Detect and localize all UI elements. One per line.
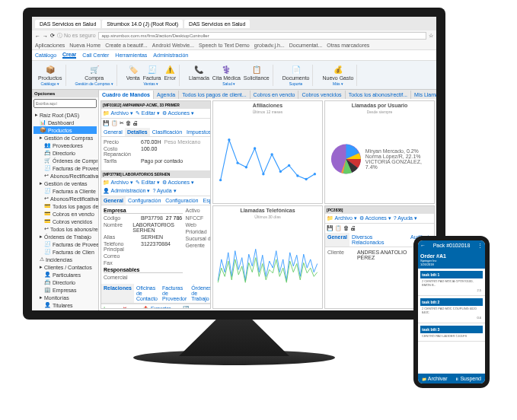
ayuda-menu[interactable]: ? Ayuda ▾ bbox=[394, 215, 417, 221]
url-input[interactable]: app.strumbox.com.mx/fms3/action/DesktopC… bbox=[98, 32, 426, 40]
anadir-button[interactable]: + Añadir bbox=[103, 306, 120, 309]
tab-diversos[interactable]: Diversos Relacionados bbox=[349, 233, 408, 247]
tab-config[interactable]: Configuración bbox=[126, 196, 163, 205]
tab-general[interactable]: General bbox=[101, 128, 125, 136]
editar-menu[interactable]: ✎ Editar ▾ bbox=[136, 110, 160, 116]
tree-item[interactable]: 📇 Directorio bbox=[34, 149, 97, 157]
acciones-menu[interactable]: ⚙ Acciones ▾ bbox=[359, 215, 391, 221]
tab-detalles[interactable]: Detalles bbox=[125, 128, 150, 136]
tab-vencidos[interactable]: Cobros vencidos bbox=[298, 91, 345, 99]
error-button[interactable]: ⚠️Error bbox=[164, 65, 176, 81]
tab-herramientas[interactable]: Herramientas bbox=[115, 52, 147, 58]
nav-back-icon[interactable]: ← bbox=[35, 33, 40, 39]
bookmark[interactable]: Speech to Text Demo bbox=[199, 43, 250, 48]
bookmark[interactable]: Create a beautif... bbox=[105, 43, 148, 48]
tree-item[interactable]: 👥 Beneficiarios bbox=[34, 309, 97, 310]
tree-item[interactable]: 💳 Cobros vencidos bbox=[34, 218, 97, 225]
tab-facturas[interactable]: Facturas de Proveedor bbox=[160, 284, 189, 303]
tree-item[interactable]: 💳 Cobros en vencto bbox=[34, 210, 97, 218]
tree-item[interactable]: ▸ Órdenes de Trabajo bbox=[34, 233, 97, 240]
tree-item[interactable]: 📇 Directorio bbox=[34, 278, 97, 286]
compra-button[interactable]: 🛒Compra bbox=[85, 65, 104, 81]
tool-icon[interactable]: 🖨 bbox=[350, 225, 356, 231]
tree-item[interactable]: 👤 Particulares bbox=[34, 271, 97, 278]
tab-ordenes[interactable]: Órdenes de Trabajo bbox=[189, 284, 211, 303]
tab-general[interactable]: General bbox=[101, 196, 126, 205]
tab-impuestos[interactable]: Impuestos bbox=[184, 128, 211, 136]
tree-item[interactable]: ▸ Gestión de Compras bbox=[34, 134, 97, 142]
bookmark[interactable]: Aplicaciones bbox=[35, 43, 65, 48]
phone-task[interactable]: task btlt 3 CENTRO PAD LADDER C101FS bbox=[418, 323, 485, 342]
tree-item[interactable]: 🧾 Facturas de Proveedor bbox=[34, 164, 97, 172]
tree-productos[interactable]: 📦 Productos bbox=[34, 126, 97, 134]
tree-item[interactable]: 🧾 Facturas de Clien bbox=[34, 248, 97, 256]
tree-dashboard[interactable]: 📊 Dashboard bbox=[34, 119, 97, 126]
solicitance-button[interactable]: 📋Solicitance bbox=[244, 65, 270, 81]
tab-config2[interactable]: Configuración bbox=[163, 196, 200, 205]
browser-tab[interactable]: Strumbox 14.0 (J) (Root Root) bbox=[102, 20, 183, 28]
bookmark[interactable]: Otras marcadores bbox=[327, 43, 369, 48]
tool-icon[interactable]: 🗑 bbox=[126, 120, 131, 126]
bookmark[interactable]: Nueva Home bbox=[69, 43, 101, 48]
archivar-button[interactable]: 📁 Archivar bbox=[418, 374, 452, 383]
suspend-button[interactable]: ⏸ Suspend bbox=[452, 374, 485, 383]
tool-icon[interactable]: 🗑 bbox=[343, 225, 349, 231]
archivo-menu[interactable]: 📁 Archivo ▾ bbox=[103, 110, 133, 116]
tree-item[interactable]: ↩ Todos los abonos/rectif. bbox=[34, 225, 97, 233]
tab-relaciones[interactable]: Relaciones bbox=[101, 284, 134, 303]
documento-button[interactable]: 📄Documento bbox=[282, 65, 310, 81]
tree-item[interactable]: 🧾 Facturas de Proveedor bbox=[34, 240, 97, 248]
tree-item[interactable]: ▸ Monitorías bbox=[34, 294, 97, 301]
productos-button[interactable]: 📦Productos bbox=[38, 65, 62, 81]
tree-item[interactable]: ↩ Abonos/Rectificativas bbox=[34, 195, 97, 202]
tab-misllamadas[interactable]: Mis Llamadas Entrantes bbox=[411, 91, 436, 99]
tree-item[interactable]: ▸ Clientes / Contactos bbox=[34, 263, 97, 271]
tree-item[interactable]: ▸ Gestión de ventas bbox=[34, 180, 97, 187]
tab-cuadro[interactable]: Cuadro de Mandos bbox=[99, 91, 154, 99]
tab-admin[interactable]: Administración bbox=[153, 52, 188, 58]
tab-crear[interactable]: Crear bbox=[62, 52, 76, 59]
editar-menu[interactable]: ✎ Editar ▾ bbox=[136, 180, 160, 186]
tree-item[interactable]: 🛒 Órdenes de Compra bbox=[34, 157, 97, 164]
acciones-menu[interactable]: ⚙ Acciones ▾ bbox=[162, 180, 194, 186]
bookmark[interactable]: Android Webvie... bbox=[152, 43, 194, 48]
cita-button[interactable]: ⚕️Cita Médica bbox=[212, 65, 241, 81]
tab-clasif[interactable]: Clasificación bbox=[150, 128, 184, 136]
tree-item[interactable]: 🧾 Facturas a Cliente bbox=[34, 187, 97, 195]
tab-general[interactable]: General bbox=[325, 233, 349, 247]
venta-button[interactable]: 🏷️Venta bbox=[126, 65, 140, 81]
back-icon[interactable]: ← bbox=[420, 243, 426, 249]
browser-tab[interactable]: DAS Servicios en Salud bbox=[184, 20, 250, 28]
tree-item[interactable]: 💳 Todos los pagos de cliente bbox=[34, 202, 97, 210]
bookmark[interactable]: grobadv.j.h... bbox=[254, 43, 285, 48]
admin-menu[interactable]: 👤 Administración ▾ bbox=[103, 188, 150, 194]
acciones-menu[interactable]: ⚙ Acciones ▾ bbox=[162, 110, 194, 116]
tool-icon[interactable]: 💾 bbox=[103, 120, 110, 126]
tree-item[interactable]: ↩ Abonos/Rectificativas bbox=[34, 172, 97, 180]
tool-icon[interactable]: 📋 bbox=[335, 225, 342, 231]
tab-oficinas[interactable]: Oficinas de Contacto bbox=[134, 284, 160, 303]
tree-item[interactable]: 👥 Proveedores bbox=[34, 142, 97, 149]
tab-abonos[interactable]: Todos los abonos/rectif... bbox=[346, 91, 411, 99]
phone-task[interactable]: task btlt 1 2 CENTRO PAD MOCIA CPO970100… bbox=[418, 269, 485, 296]
tree-root[interactable]: ▸ Raíz Root (DAS) bbox=[34, 111, 97, 119]
archivo-menu[interactable]: 📁 Archivo ▾ bbox=[327, 215, 357, 221]
tool-icon[interactable]: 📋 bbox=[111, 120, 118, 126]
tab-pagos[interactable]: Todos los pagos de client... bbox=[179, 91, 250, 99]
tool-icon[interactable]: ✂ bbox=[120, 120, 124, 126]
menu-icon[interactable]: ⋮ bbox=[477, 243, 483, 249]
actualizar-button[interactable]: 🔄 Actualizar bbox=[183, 306, 209, 309]
gasto-button[interactable]: 💰Nuevo Gasto bbox=[322, 65, 353, 81]
exportar-button[interactable]: 📤 Exportar (local) bbox=[142, 306, 180, 309]
tab-catalogo[interactable]: Catálogo bbox=[35, 52, 56, 58]
bookmark[interactable]: Documentat... bbox=[289, 43, 323, 48]
ayuda-menu[interactable]: ? Ayuda ▾ bbox=[152, 188, 176, 194]
tree-item[interactable]: 👤 Titulares bbox=[34, 301, 97, 309]
tab-agenda[interactable]: Agenda bbox=[154, 91, 179, 99]
browser-tab[interactable]: DAS Servicios en Salud bbox=[35, 20, 101, 28]
phone-task[interactable]: task btlt 2 2 CENTRO PAD MOC COUPLING 60… bbox=[418, 296, 485, 323]
llamada-button[interactable]: 📞Llamada bbox=[189, 65, 209, 81]
tree-item[interactable]: 🏢 Empresas bbox=[34, 286, 97, 294]
star-icon[interactable]: ☆ bbox=[429, 33, 433, 39]
reload-icon[interactable]: ⟳ bbox=[50, 33, 55, 39]
